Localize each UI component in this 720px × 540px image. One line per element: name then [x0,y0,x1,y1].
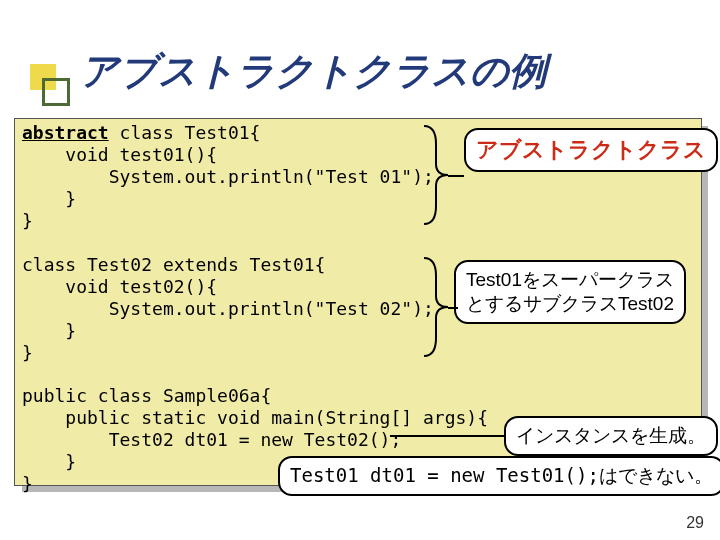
code-body: class Test01{ void test01(){ System.out.… [22,122,488,494]
slide-title: アブストラクトクラスの例 [80,46,547,97]
slide-ornament [0,60,68,112]
code-content: abstract class Test01{ void test01(){ Sy… [22,122,488,495]
callout-abstract-class: アブストラクトクラス [464,128,718,172]
callout-note-text: Test01 dt01 = new Test01();はできない。 [290,464,713,486]
callout-subclass-line1: Test01をスーパークラス [466,269,674,290]
callout-subclass: Test01をスーパークラス とするサブクラスTest02 [454,260,686,324]
callout-instance-text: インスタンスを生成。 [516,425,706,446]
abstract-keyword: abstract [22,122,109,143]
callout-abstract-class-text: アブストラクトクラス [476,137,706,162]
callout-note: Test01 dt01 = new Test01();はできない。 [278,456,720,496]
callout-subclass-line2: とするサブクラスTest02 [466,293,674,314]
callout-instance: インスタンスを生成。 [504,416,718,456]
page-number: 29 [686,514,704,532]
